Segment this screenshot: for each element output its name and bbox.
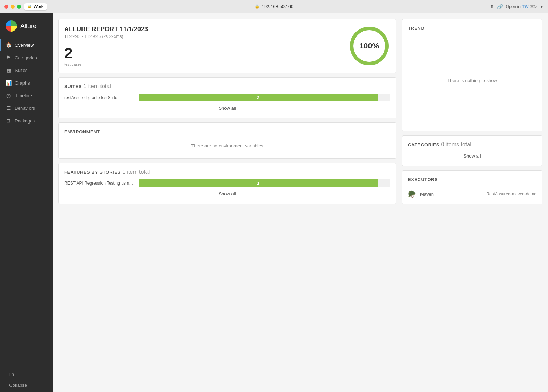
app-name: Allure	[20, 22, 37, 30]
minimize-button[interactable]	[11, 5, 15, 9]
sidebar-item-behaviors[interactable]: ☰ Behaviors	[0, 102, 53, 114]
divider	[408, 187, 536, 187]
trend-card: TREND There is nothing to show	[402, 19, 542, 131]
donut-chart: 100%	[348, 25, 390, 67]
share-icon[interactable]: ⬆	[490, 4, 494, 9]
overview-icon: 🏠	[6, 42, 11, 48]
suites-card: SUITES 1 item total restAssured-gradleTe…	[58, 77, 396, 118]
suite-bar-fill: 2	[139, 94, 378, 101]
test-count: 2	[64, 46, 341, 61]
link-icon[interactable]: 🔗	[497, 4, 503, 9]
tab-label: Work	[34, 4, 44, 9]
report-header: ALLURE REPORT 11/1/2023 11:49:43 - 11:49…	[64, 25, 390, 67]
sidebar-item-label: Timeline	[15, 93, 32, 98]
feature-bar-track: 1	[139, 179, 390, 187]
executors-header: EXECUTORS	[408, 176, 536, 182]
trend-header: TREND	[408, 25, 536, 31]
behaviors-icon: ☰	[6, 105, 11, 111]
categories-title: CATEGORIES	[408, 142, 439, 147]
feature-bar-fill: 1	[139, 179, 378, 187]
allure-logo-icon	[6, 20, 17, 32]
graphs-icon: 📊	[6, 80, 11, 86]
sidebar-item-label: Overview	[15, 42, 34, 48]
language-button[interactable]: En	[6, 371, 17, 378]
suites-icon: ▦	[6, 67, 11, 73]
collapse-label: Collapse	[9, 383, 27, 388]
donut-percent: 100%	[359, 41, 379, 51]
features-card: FEATURES BY STORIES 1 item total REST AP…	[58, 163, 396, 204]
right-column: TREND There is nothing to show CATEGORIE…	[402, 19, 542, 204]
suite-bar-track: 2	[139, 94, 390, 101]
executor-demo: RestAssured-maven-demo	[486, 192, 536, 197]
sidebar-item-overview[interactable]: 🏠 Overview	[0, 39, 53, 51]
executors-title: EXECUTORS	[408, 177, 438, 182]
trend-empty-message: There is nothing to show	[408, 35, 536, 125]
feature-name: REST API Regression Testing using TestNG	[64, 181, 135, 186]
sidebar-item-packages[interactable]: ⊟ Packages	[0, 114, 53, 127]
titlebar-right: ⬆ 🔗 Open in TW ⌘O ▼	[490, 4, 544, 9]
suite-name: restAssured-gradleTestSuite	[64, 95, 135, 100]
executor-name: Maven	[420, 192, 434, 197]
report-subtitle: 11:49:43 - 11:49:46 (2s 295ms)	[64, 34, 341, 39]
executors-card: EXECUTORS 🪖 Maven RestAssured-maven-demo	[402, 170, 542, 204]
features-title: FEATURES BY STORIES	[64, 170, 120, 175]
sidebar-item-label: Behaviors	[15, 106, 35, 111]
feature-bar-row: REST API Regression Testing using TestNG…	[64, 179, 390, 187]
features-header: FEATURES BY STORIES 1 item total	[64, 169, 390, 175]
sidebar-item-suites[interactable]: ▦ Suites	[0, 64, 53, 77]
categories-icon: ⚑	[6, 55, 11, 60]
tab-favicon: 🔒	[27, 5, 32, 8]
sidebar-item-label: Packages	[15, 118, 35, 124]
executor-row: 🪖 Maven RestAssured-maven-demo	[408, 190, 536, 198]
categories-show-all-button[interactable]: Show all	[461, 152, 483, 160]
sidebar: Allure 🏠 Overview ⚑ Categories ▦ Suites …	[0, 13, 53, 392]
report-info: ALLURE REPORT 11/1/2023 11:49:43 - 11:49…	[64, 26, 341, 66]
sidebar-item-label: Suites	[15, 68, 27, 73]
suites-show-all-row: Show all	[64, 104, 390, 112]
categories-header: CATEGORIES 0 items total	[408, 141, 536, 148]
chevron-down-icon[interactable]: ▼	[540, 4, 544, 9]
test-label: test cases	[64, 62, 341, 66]
executor-icon: 🪖	[408, 190, 417, 198]
sidebar-bottom: En ‹ Collapse	[0, 366, 53, 392]
traffic-lights	[4, 5, 21, 9]
suites-count: 1 item total	[83, 83, 111, 89]
titlebar-left: 🔒 Work	[4, 3, 47, 10]
tw-badge: TW	[522, 4, 529, 9]
address-bar[interactable]: 🔒 192.168.50.160	[255, 4, 293, 9]
suite-bar-row: restAssured-gradleTestSuite 2	[64, 94, 390, 101]
trend-title: TREND	[408, 26, 424, 31]
main-content: ALLURE REPORT 11/1/2023 11:49:43 - 11:49…	[53, 13, 548, 392]
report-header-card: ALLURE REPORT 11/1/2023 11:49:43 - 11:49…	[58, 19, 396, 73]
sidebar-item-label: Graphs	[15, 80, 30, 86]
sidebar-item-categories[interactable]: ⚑ Categories	[0, 51, 53, 64]
categories-card: CATEGORIES 0 items total Show all	[402, 135, 542, 166]
open-in-label: Open in	[506, 4, 521, 9]
features-show-all-button[interactable]: Show all	[216, 190, 239, 198]
sidebar-item-graphs[interactable]: 📊 Graphs	[0, 77, 53, 89]
report-title: ALLURE REPORT 11/1/2023	[64, 26, 341, 33]
categories-count: 0 items total	[441, 141, 471, 147]
titlebar: 🔒 Work 🔒 192.168.50.160 ⬆ 🔗 Open in TW ⌘…	[0, 0, 548, 13]
donut-wrapper: 100%	[348, 25, 390, 67]
environment-empty-message: There are no environment variables	[64, 139, 390, 153]
sidebar-item-timeline[interactable]: ◷ Timeline	[0, 89, 53, 102]
timeline-icon: ◷	[6, 93, 11, 98]
left-column: ALLURE REPORT 11/1/2023 11:49:43 - 11:49…	[58, 19, 396, 204]
collapse-button[interactable]: ‹ Collapse	[6, 383, 47, 388]
features-show-all-row: Show all	[64, 190, 390, 198]
browser-tab[interactable]: 🔒 Work	[24, 3, 47, 10]
suites-header: SUITES 1 item total	[64, 83, 390, 89]
sidebar-item-label: Categories	[15, 55, 37, 60]
suites-title: SUITES	[64, 84, 82, 89]
sidebar-logo: Allure	[0, 18, 53, 39]
close-button[interactable]	[4, 5, 8, 9]
suites-show-all-button[interactable]: Show all	[216, 104, 239, 112]
maximize-button[interactable]	[17, 5, 21, 9]
feature-bar-value: 1	[257, 181, 259, 185]
url-text: 192.168.50.160	[262, 4, 293, 9]
open-in-button[interactable]: Open in TW ⌘O	[506, 4, 537, 9]
lock-icon: 🔒	[255, 4, 260, 9]
suite-bar-value: 2	[257, 95, 259, 100]
features-count: 1 item total	[122, 169, 150, 175]
